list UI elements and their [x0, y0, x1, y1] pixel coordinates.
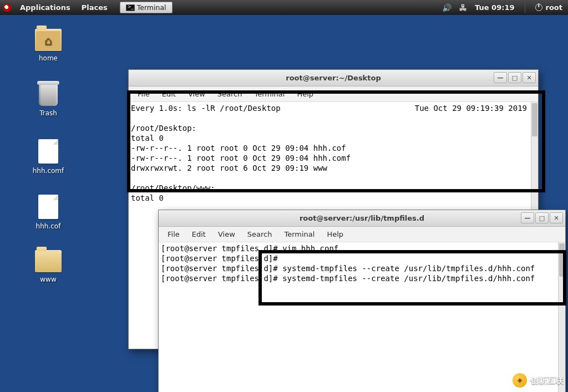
terminal-body[interactable]: [root@server tmpfiles.d]# vim hhh.conf […	[159, 242, 565, 392]
desktop-icon-file-cof[interactable]: hhh.cof	[23, 195, 73, 230]
username-label: root	[546, 3, 563, 12]
output-line: total 0	[131, 194, 164, 202]
network-icon[interactable]: 🖧	[459, 3, 467, 12]
menu-help[interactable]: Help	[321, 228, 349, 240]
taskbar-terminal-label: Terminal	[137, 3, 166, 12]
watermark-text: 创新互联	[530, 375, 564, 386]
prompt-line: [root@server tmpfiles.d]# vim hhh.conf	[161, 244, 338, 253]
maximize-button[interactable]: □	[535, 212, 549, 223]
window-title: root@server:/usr/lib/tmpfiles.d	[300, 214, 424, 222]
menubar: File Edit View Search Terminal Help	[129, 86, 538, 102]
titlebar[interactable]: root@server:~/Desktop — □ ✕	[129, 70, 538, 86]
watch-header-left: Every 1.0s: ls -lR /root/Desktop	[131, 104, 281, 113]
clock[interactable]: Tue 09:19	[475, 3, 514, 12]
close-button[interactable]: ✕	[550, 212, 563, 223]
output-line: drwxrwxrwt. 2 root root 6 Oct 29 09:19 w…	[131, 164, 327, 172]
menu-view[interactable]: View	[182, 88, 211, 100]
menu-view[interactable]: View	[212, 228, 241, 240]
menu-file[interactable]: File	[162, 228, 185, 240]
menu-search[interactable]: Search	[242, 228, 278, 240]
folder-icon	[35, 250, 62, 272]
trash-icon	[39, 84, 58, 106]
panel-right: 🔊 🖧 Tue 09:19 root	[442, 3, 568, 13]
desktop: ⌂ home Trash hhh.comf hhh.cof www root@s…	[0, 15, 568, 392]
scrollbar-thumb[interactable]	[559, 243, 565, 277]
watermark: ✦ 创新互联	[513, 373, 564, 388]
watch-header-right: Tue Oct 29 09:19:39 2019	[415, 103, 536, 113]
taskbar-terminal[interactable]: Terminal	[120, 2, 173, 13]
desktop-icon-label: Trash	[23, 109, 73, 117]
volume-icon[interactable]: 🔊	[442, 3, 452, 12]
menu-terminal[interactable]: Terminal	[278, 228, 320, 240]
home-folder-icon: ⌂	[35, 29, 62, 51]
power-icon	[535, 4, 542, 11]
output-line: total 0	[131, 134, 164, 142]
scrollbar[interactable]	[558, 242, 565, 392]
output-line: -rw-r--r--. 1 root root 0 Oct 29 09:04 h…	[131, 154, 351, 162]
separator	[525, 3, 525, 13]
minimize-button[interactable]: —	[494, 72, 507, 83]
prompt-line: [root@server tmpfiles.d]#	[161, 254, 278, 263]
output-line: /root/Desktop:	[131, 124, 196, 133]
desktop-icon-home[interactable]: ⌂ home	[23, 29, 73, 62]
menu-file[interactable]: File	[132, 88, 155, 100]
scrollbar-thumb[interactable]	[532, 103, 537, 136]
prompt-line: [root@server tmpfiles.d]# systemd-tmpfil…	[161, 264, 535, 273]
menu-help[interactable]: Help	[291, 88, 319, 100]
output-line: /root/Desktop/www:	[131, 184, 215, 192]
terminal-icon	[126, 4, 135, 11]
user-menu[interactable]: root	[535, 3, 563, 12]
places-menu[interactable]: Places	[77, 1, 112, 14]
menu-edit[interactable]: Edit	[186, 228, 211, 240]
desktop-icon-label: home	[23, 54, 73, 62]
menu-search[interactable]: Search	[212, 88, 248, 100]
desktop-icon-label: www	[23, 276, 73, 283]
terminal-window-tmpfiles[interactable]: root@server:/usr/lib/tmpfiles.d — □ ✕ Fi…	[158, 210, 566, 392]
close-button[interactable]: ✕	[523, 72, 536, 83]
panel-left: Applications Places Terminal	[0, 1, 173, 14]
file-icon	[38, 195, 58, 219]
output-line: -rw-r--r--. 1 root root 0 Oct 29 09:04 h…	[131, 144, 346, 152]
titlebar[interactable]: root@server:/usr/lib/tmpfiles.d — □ ✕	[159, 210, 565, 227]
watermark-icon: ✦	[513, 373, 527, 388]
menubar: File Edit View Search Terminal Help	[159, 227, 565, 242]
desktop-icon-label: hhh.comf	[23, 167, 73, 175]
menu-edit[interactable]: Edit	[156, 88, 181, 100]
window-title: root@server:~/Desktop	[286, 74, 381, 82]
distro-logo-icon[interactable]	[3, 4, 11, 12]
menu-terminal[interactable]: Terminal	[248, 88, 290, 100]
applications-menu[interactable]: Applications	[16, 1, 75, 14]
desktop-icon-label: hhh.cof	[23, 222, 73, 230]
desktop-icon-file-comf[interactable]: hhh.comf	[23, 139, 73, 175]
file-icon	[38, 139, 58, 164]
desktop-icon-trash[interactable]: Trash	[23, 84, 73, 117]
top-panel: Applications Places Terminal 🔊 🖧 Tue 09:…	[0, 0, 568, 15]
prompt-line: [root@server tmpfiles.d]# systemd-tmpfil…	[161, 274, 535, 283]
desktop-icon-folder-www[interactable]: www	[23, 250, 73, 283]
maximize-button[interactable]: □	[508, 72, 521, 83]
minimize-button[interactable]: —	[521, 212, 534, 223]
